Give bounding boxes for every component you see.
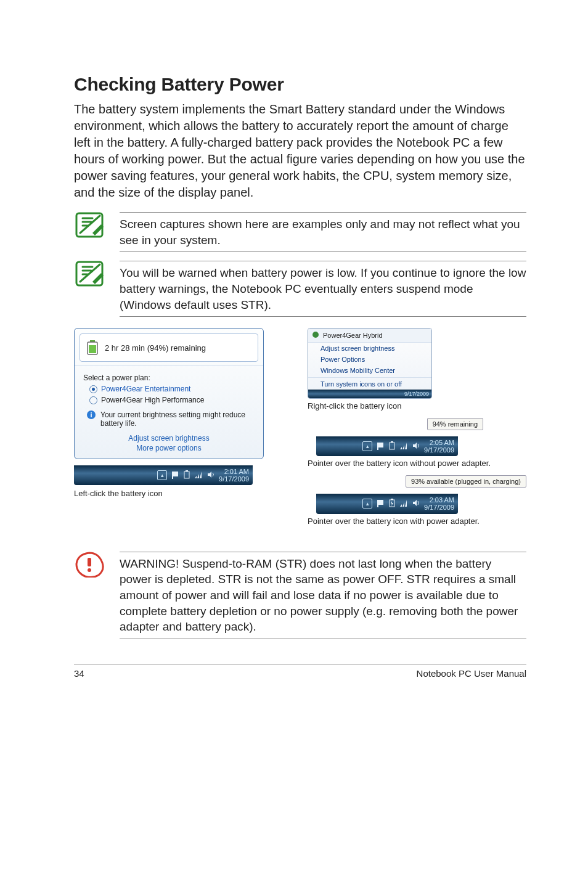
tray-date: 9/17/2009	[424, 504, 454, 511]
context-menu-title: Power4Gear Hybrid	[323, 332, 383, 339]
svg-rect-17	[391, 499, 393, 500]
flag-icon[interactable]	[171, 470, 179, 480]
context-caption: Right-click the battery icon	[308, 401, 526, 410]
remaining-text: 2 hr 28 min (94%) remaining	[105, 343, 206, 353]
svg-rect-8	[186, 470, 188, 472]
svg-rect-18	[88, 558, 91, 566]
ctx-power-options[interactable]: Power Options	[308, 354, 431, 365]
battery-popup-left-click: 2 hr 28 min (94%) remaining Select a pow…	[74, 328, 264, 459]
svg-rect-12	[390, 443, 394, 449]
adjust-brightness-link[interactable]: Adjust screen brightness	[81, 434, 257, 443]
volume-tray-icon[interactable]	[206, 470, 215, 480]
svg-point-9	[312, 332, 319, 338]
svg-point-19	[88, 568, 91, 572]
tray-date: 9/17/2009	[404, 391, 429, 397]
plan-b-label: Power4Gear High Performance	[101, 396, 204, 404]
manual-title: Notebook PC User Manual	[417, 668, 526, 679]
tooltip1-caption: Pointer over the battery icon without po…	[308, 459, 526, 468]
radio-unselected-icon	[89, 396, 97, 404]
tray-time: 2:05 AM	[424, 439, 454, 446]
note-icon	[74, 261, 105, 287]
intro-paragraph: The battery system implements the Smart …	[74, 101, 526, 201]
tray-overflow-icon[interactable]: ▴	[362, 441, 372, 451]
power-plan-label: Select a power plan:	[83, 374, 257, 382]
system-tray-tooltip1: ▴ 2:05 AM 9/17/2009	[316, 436, 458, 456]
note-text-2: You will be warned when battery power is…	[120, 261, 526, 317]
svg-rect-11	[377, 443, 378, 450]
tray-date: 9/17/2009	[219, 475, 249, 483]
note-block-1: Screen captures shown here are examples …	[74, 212, 526, 252]
plan-a-label: Power4Gear Entertainment	[101, 385, 190, 393]
info-icon: i	[87, 410, 96, 419]
svg-rect-7	[184, 472, 189, 478]
ctx-turn-icons[interactable]: Turn system icons on or off	[308, 377, 431, 390]
volume-tray-icon[interactable]	[412, 441, 420, 451]
radio-selected-icon	[89, 385, 97, 393]
ctx-adjust-brightness[interactable]: Adjust screen brightness	[308, 343, 431, 354]
tray-date: 9/17/2009	[424, 446, 454, 454]
note-icon	[74, 212, 105, 238]
svg-rect-6	[172, 472, 173, 479]
svg-rect-4	[89, 345, 96, 353]
svg-rect-13	[391, 441, 393, 443]
battery-context-menu: Power4Gear Hybrid Adjust screen brightne…	[308, 328, 432, 399]
note-block-2: You will be warned when battery power is…	[74, 261, 526, 317]
p4g-icon	[312, 331, 319, 340]
tooltip2-caption: Pointer over the battery icon with power…	[308, 517, 526, 526]
svg-rect-15	[377, 500, 378, 507]
battery-charging-tray-icon[interactable]	[388, 499, 396, 508]
page-number: 34	[74, 668, 84, 679]
battery-tray-icon[interactable]	[388, 441, 396, 451]
volume-tray-icon[interactable]	[412, 499, 420, 508]
battery-icon	[86, 340, 99, 355]
warning-text: WARNING! Suspend-to-RAM (STR) does not l…	[120, 552, 526, 639]
tray-overflow-icon[interactable]: ▴	[157, 470, 167, 480]
page-footer: 34 Notebook PC User Manual	[74, 664, 526, 679]
network-tray-icon[interactable]	[399, 499, 408, 508]
network-tray-icon[interactable]	[194, 470, 203, 480]
system-tray-left: ▴ 2:01 AM 9/17/2009	[74, 465, 253, 485]
system-tray-tooltip2: ▴ 2:03 AM 9/17/2009	[316, 494, 458, 513]
tray-time: 2:03 AM	[424, 496, 454, 504]
tray-overflow-icon[interactable]: ▴	[362, 499, 372, 508]
brightness-info: i Your current brightness setting might …	[87, 410, 257, 428]
flag-icon[interactable]	[376, 441, 385, 451]
context-menu-header: Power4Gear Hybrid	[308, 329, 431, 343]
battery-tooltip-unplugged: 94% remaining	[427, 418, 483, 430]
battery-tooltip-charging: 93% available (plugged in, charging)	[406, 475, 526, 488]
ctx-mobility-center[interactable]: Windows Mobility Center	[308, 365, 431, 376]
section-heading: Checking Battery Power	[74, 74, 526, 95]
tray-time: 2:01 AM	[219, 468, 249, 475]
network-tray-icon[interactable]	[399, 441, 408, 451]
battery-tray-icon[interactable]	[183, 470, 190, 480]
power-plan-option-high-perf[interactable]: Power4Gear High Performance	[89, 396, 257, 404]
left-caption: Left-click the battery icon	[74, 489, 293, 498]
more-power-options-link[interactable]: More power options	[81, 444, 257, 452]
warning-icon	[74, 552, 105, 578]
warning-block: WARNING! Suspend-to-RAM (STR) does not l…	[74, 552, 526, 639]
note-text-1: Screen captures shown here are examples …	[120, 212, 526, 252]
remaining-box: 2 hr 28 min (94%) remaining	[80, 333, 258, 362]
context-menu-tray-strip: 9/17/2009	[308, 390, 431, 398]
power-plan-option-entertainment[interactable]: Power4Gear Entertainment	[89, 385, 257, 393]
brightness-tip-text: Your current brightness setting might re…	[100, 410, 257, 428]
flag-icon[interactable]	[376, 499, 385, 508]
